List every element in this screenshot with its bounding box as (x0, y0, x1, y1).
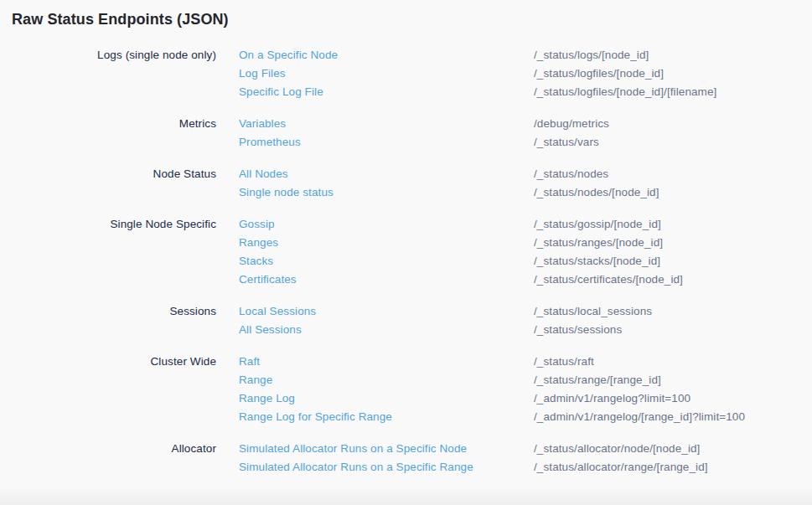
endpoint-row: Specific Log File/_status/logfiles/[node… (239, 83, 812, 101)
endpoint-path: /_status/nodes (534, 165, 608, 183)
endpoint-link[interactable]: Gossip (239, 215, 534, 234)
endpoint-rows: Raft/_status/raftRange/_status/range/[ra… (239, 353, 812, 426)
endpoint-section: Cluster WideRaft/_status/raftRange/_stat… (0, 353, 812, 426)
category-label: Cluster Wide (0, 353, 216, 371)
endpoint-path: /_status/logs/[node_id] (534, 46, 649, 64)
endpoint-link[interactable]: Local Sessions (239, 302, 534, 321)
endpoint-link[interactable]: All Sessions (239, 321, 534, 339)
endpoint-row: Ranges/_status/ranges/[node_id] (239, 234, 812, 252)
endpoint-path: /_status/gossip/[node_id] (534, 215, 661, 234)
endpoint-row: Range Log/_admin/v1/rangelog?limit=100 (239, 389, 812, 408)
endpoint-link[interactable]: Certificates (239, 271, 534, 289)
endpoint-link[interactable]: Ranges (239, 234, 534, 252)
category-label: Metrics (0, 115, 216, 133)
endpoint-path: /_status/logfiles/[node_id] (534, 64, 664, 83)
endpoint-row: Gossip/_status/gossip/[node_id] (239, 215, 812, 234)
endpoint-row: Log Files/_status/logfiles/[node_id] (239, 64, 812, 83)
endpoint-row: Single node status/_status/nodes/[node_i… (239, 183, 812, 202)
endpoint-path: /_status/sessions (534, 321, 622, 339)
endpoint-rows: All Nodes/_status/nodesSingle node statu… (239, 165, 812, 202)
endpoint-link[interactable]: Range (239, 371, 534, 389)
endpoint-link[interactable]: Raft (239, 353, 534, 371)
endpoint-link[interactable]: Simulated Allocator Runs on a Specific R… (239, 458, 534, 477)
endpoint-link[interactable]: Prometheus (239, 133, 534, 152)
endpoint-link[interactable]: Stacks (239, 252, 534, 271)
endpoint-link[interactable]: Simulated Allocator Runs on a Specific N… (239, 440, 534, 458)
endpoint-row: Range/_status/range/[range_id] (239, 371, 812, 389)
endpoint-section: Node StatusAll Nodes/_status/nodesSingle… (0, 165, 812, 202)
endpoint-row: On a Specific Node/_status/logs/[node_id… (239, 46, 812, 64)
endpoint-row: All Nodes/_status/nodes (239, 165, 812, 183)
endpoint-link[interactable]: On a Specific Node (239, 46, 534, 64)
endpoint-path: /_status/local_sessions (534, 302, 652, 321)
category-label: Allocator (0, 440, 216, 458)
category-label: Single Node Specific (0, 215, 216, 234)
endpoint-row: Prometheus/_status/vars (239, 133, 812, 152)
endpoint-path: /_status/nodes/[node_id] (534, 183, 659, 202)
endpoint-path: /_status/allocator/node/[node_id] (534, 440, 700, 458)
endpoint-rows: On a Specific Node/_status/logs/[node_id… (239, 46, 812, 101)
endpoint-link[interactable]: Range Log for Specific Range (239, 408, 534, 426)
endpoint-row: Simulated Allocator Runs on a Specific R… (239, 458, 812, 477)
footer-strip (0, 488, 812, 505)
endpoint-section: Single Node SpecificGossip/_status/gossi… (0, 215, 812, 289)
endpoint-link[interactable]: All Nodes (239, 165, 534, 183)
endpoint-path: /_status/vars (534, 133, 599, 152)
endpoint-link[interactable]: Specific Log File (239, 83, 534, 101)
endpoint-path: /_status/range/[range_id] (534, 371, 661, 389)
endpoint-row: Stacks/_status/stacks/[node_id] (239, 252, 812, 271)
endpoint-path: /_admin/v1/rangelog/[range_id]?limit=100 (534, 408, 745, 426)
endpoint-path: /_status/logfiles/[node_id]/[filename] (534, 83, 716, 101)
endpoint-path: /debug/metrics (534, 115, 609, 133)
endpoint-row: Variables/debug/metrics (239, 115, 812, 133)
endpoint-path: /_status/allocator/range/[range_id] (534, 458, 708, 477)
endpoint-path: /_status/stacks/[node_id] (534, 252, 660, 271)
page-title: Raw Status Endpoints (JSON) (12, 11, 229, 28)
endpoint-rows: Simulated Allocator Runs on a Specific N… (239, 440, 812, 477)
endpoint-section: MetricsVariables/debug/metricsPrometheus… (0, 115, 812, 152)
endpoint-row: All Sessions/_status/sessions (239, 321, 812, 339)
endpoint-link[interactable]: Single node status (239, 183, 534, 202)
endpoint-rows: Variables/debug/metricsPrometheus/_statu… (239, 115, 812, 152)
endpoint-row: Raft/_status/raft (239, 353, 812, 371)
endpoint-section: SessionsLocal Sessions/_status/local_ses… (0, 302, 812, 339)
endpoint-section: AllocatorSimulated Allocator Runs on a S… (0, 440, 812, 477)
endpoint-path: /_admin/v1/rangelog?limit=100 (534, 389, 690, 408)
endpoint-sections: Logs (single node only)On a Specific Nod… (0, 46, 812, 490)
endpoint-path: /_status/ranges/[node_id] (534, 234, 663, 252)
endpoint-path: /_status/raft (534, 353, 594, 371)
endpoint-row: Simulated Allocator Runs on a Specific N… (239, 440, 812, 458)
endpoint-section: Logs (single node only)On a Specific Nod… (0, 46, 812, 101)
endpoint-link[interactable]: Variables (239, 115, 534, 133)
category-label: Logs (single node only) (0, 46, 216, 64)
category-label: Node Status (0, 165, 216, 183)
endpoint-link[interactable]: Range Log (239, 389, 534, 408)
endpoint-rows: Local Sessions/_status/local_sessionsAll… (239, 302, 812, 339)
endpoint-rows: Gossip/_status/gossip/[node_id]Ranges/_s… (239, 215, 812, 289)
endpoint-row: Range Log for Specific Range/_admin/v1/r… (239, 408, 812, 426)
raw-status-endpoints-page: Raw Status Endpoints (JSON) Logs (single… (0, 0, 812, 505)
endpoint-path: /_status/certificates/[node_id] (534, 271, 683, 289)
endpoint-link[interactable]: Log Files (239, 64, 534, 83)
endpoint-row: Certificates/_status/certificates/[node_… (239, 271, 812, 289)
endpoint-row: Local Sessions/_status/local_sessions (239, 302, 812, 321)
category-label: Sessions (0, 302, 216, 321)
